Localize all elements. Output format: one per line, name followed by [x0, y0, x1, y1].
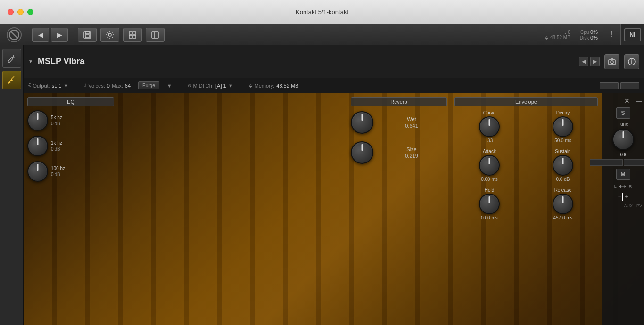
voices-value: 0 [107, 83, 110, 89]
sustain-knob[interactable] [553, 155, 573, 176]
instrument-subheader: € Output: st. 1 ▼ ♩ Voices: 0 Max: 64 Pu… [24, 78, 644, 93]
aux-pv-row: AUX PV [604, 203, 642, 208]
tune-display-1 [590, 159, 623, 166]
eq-section: EQ 5k hz 0 dB [24, 93, 118, 325]
curve-value: -33 [486, 138, 493, 143]
layout-button[interactable] [123, 28, 142, 42]
eq-100-unit: dB [55, 172, 60, 177]
eq-100-value: 0 [51, 172, 54, 177]
stats-area: ♩ 0 ⬙ 48.52 MB Cpu 0% Disk 0% [539, 29, 603, 41]
midi-dropdown[interactable]: ▼ [228, 83, 233, 89]
info-button[interactable] [624, 54, 639, 69]
release-cell: Release 457.0 ms [528, 187, 598, 220]
s-button[interactable]: S [616, 107, 630, 119]
camera-button[interactable] [604, 54, 619, 69]
logo-icon [7, 27, 22, 42]
output-dropdown[interactable]: ▼ [63, 83, 68, 89]
close-button[interactable]: ✕ [624, 97, 630, 105]
release-value: 457.0 [553, 215, 565, 220]
aux-label: AUX [624, 203, 633, 208]
voices-item: ♩ Voices: 0 Max: 64 [84, 83, 131, 89]
volume-fader-row: − + [618, 193, 628, 201]
attack-knob[interactable] [479, 155, 500, 176]
svg-rect-3 [85, 32, 89, 34]
eq-1k-knob[interactable] [27, 136, 48, 156]
svg-rect-9 [133, 35, 136, 38]
memory-item: ⬙ Memory: 48.52 MB [249, 83, 299, 89]
attack-label: Attack [483, 149, 496, 154]
svg-rect-8 [129, 35, 132, 38]
curve-cell: Curve -33 [454, 110, 524, 143]
attack-unit: ms [491, 177, 497, 182]
sub-divider-3 [241, 81, 241, 90]
tune-display-2 [624, 159, 644, 166]
lr-control: L R [604, 183, 642, 190]
hold-unit: ms [491, 215, 497, 220]
vol-minus-icon: − [618, 194, 621, 200]
eq-5k-unit: dB [55, 121, 60, 126]
hold-knob[interactable] [479, 194, 500, 214]
size-value: 0.219 [405, 153, 418, 159]
tune-knob[interactable] [612, 129, 634, 150]
output-label: Output: [33, 83, 50, 89]
fader-handle[interactable] [622, 193, 623, 201]
cpu-value: 0% [590, 29, 598, 35]
ni-logo: NI [620, 24, 644, 45]
purge-dropdown[interactable]: ▼ [167, 83, 172, 89]
eq-band-100: 100 hz 0 dB [27, 160, 114, 183]
nav-forward-button[interactable]: ▶ [51, 28, 68, 42]
logo-area [0, 24, 28, 45]
m-button[interactable]: M [616, 169, 630, 180]
wet-label: Wet [407, 116, 416, 122]
instrument-header: ▼ MSLP Vibra ◀ ▶ [24, 45, 644, 78]
nav-section: ◀ ▶ [28, 24, 72, 45]
svg-marker-17 [619, 185, 621, 188]
cpu-label: Cpu [580, 30, 590, 35]
nav-back-button[interactable]: ◀ [32, 28, 49, 42]
inst-nav-back[interactable]: ◀ [579, 57, 588, 66]
disk-value: 0% [590, 35, 598, 41]
vol-plus-icon: + [625, 194, 628, 200]
ni-badge: NI [624, 28, 641, 41]
close-button[interactable] [8, 9, 14, 15]
curve-knob[interactable] [479, 116, 500, 137]
cpu-stat: Cpu 0% Disk 0% [580, 29, 598, 41]
memory-bar-1 [600, 82, 619, 89]
reverb-wet-knob[interactable] [351, 111, 373, 134]
decay-knob[interactable] [553, 116, 573, 137]
release-unit: ms [566, 215, 572, 220]
purge-button[interactable]: Purge [138, 81, 159, 89]
save-button[interactable] [78, 28, 97, 42]
sustain-cell: Sustain 0.0 dB [528, 149, 598, 182]
midi-ch-value: [A] 1 [215, 83, 226, 89]
pv-label: PV [636, 203, 642, 208]
window-controls [8, 9, 33, 15]
svg-rect-6 [129, 32, 132, 34]
window-title: Kontakt 5/1-kontakt [296, 8, 348, 16]
eq-5k-knob[interactable] [27, 110, 48, 131]
sustain-label: Sustain [555, 149, 570, 154]
svg-rect-7 [133, 32, 136, 34]
reverb-size-knob[interactable] [351, 141, 373, 164]
wrench-button[interactable] [2, 49, 21, 68]
settings-button[interactable] [100, 28, 119, 42]
svg-rect-10 [152, 32, 158, 38]
eq-band-1k: 1k hz 0 dB [27, 135, 114, 157]
plugin-area: ▼ MSLP Vibra ◀ ▶ [0, 45, 644, 325]
svg-marker-18 [625, 185, 626, 188]
alert-button[interactable]: ! [603, 28, 620, 42]
left-sidebar [0, 45, 24, 325]
minimize-sidebar-button[interactable]: — [636, 97, 642, 105]
broom-button[interactable] [2, 71, 21, 89]
curve-label: Curve [483, 110, 496, 115]
maximize-button[interactable] [27, 9, 33, 15]
svg-point-12 [611, 61, 613, 64]
titlebar: Kontakt 5/1-kontakt [0, 0, 644, 24]
lr-icon [619, 183, 627, 190]
release-knob[interactable] [553, 194, 573, 214]
max-label: Max: [112, 83, 123, 89]
browser-button[interactable] [146, 28, 165, 42]
inst-nav-forward[interactable]: ▶ [590, 57, 600, 66]
minimize-button[interactable] [17, 9, 24, 15]
eq-100-knob[interactable] [27, 161, 48, 182]
